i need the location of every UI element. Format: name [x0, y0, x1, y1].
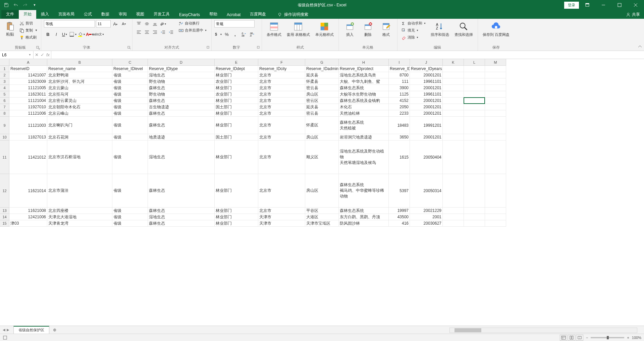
cell[interactable]: 北京怀沙河、怀九河: [47, 78, 112, 84]
cell[interactable]: 林业部门: [215, 214, 258, 220]
save-baidu-button[interactable]: 保存到 百度网盘: [481, 20, 512, 38]
cell[interactable]: 森林生态: [148, 110, 215, 116]
cell[interactable]: 11121004: [9, 98, 47, 104]
cell[interactable]: 省级: [112, 104, 148, 110]
cell[interactable]: [464, 98, 485, 104]
cell[interactable]: [464, 117, 485, 134]
cell[interactable]: Reserve_IDlevel: [112, 66, 148, 72]
cell[interactable]: 19961101: [410, 78, 443, 84]
cell[interactable]: 北京市汉石桥湿地: [47, 140, 112, 174]
cell[interactable]: [485, 134, 506, 140]
cell[interactable]: 平谷区: [305, 208, 339, 214]
collapse-ribbon-icon[interactable]: [637, 44, 643, 49]
cell[interactable]: 北京朝阳寺木化石: [47, 104, 112, 110]
cell[interactable]: Reserve_IDprotect: [339, 66, 389, 72]
cell[interactable]: 20050404: [410, 140, 443, 174]
cell[interactable]: 大鲵等水生野生动物: [339, 91, 389, 97]
cell[interactable]: 怀柔区: [305, 117, 339, 134]
cell[interactable]: 8700: [389, 72, 410, 78]
normal-view-icon[interactable]: [560, 335, 567, 341]
cell[interactable]: Reserve_IDdept: [215, 66, 258, 72]
cell[interactable]: 森林生态: [148, 117, 215, 134]
cell[interactable]: [485, 98, 506, 104]
tab-view[interactable]: 视图: [131, 10, 149, 19]
cell[interactable]: 11927010: [9, 104, 47, 110]
cell[interactable]: 古生物遗迹: [148, 104, 215, 110]
cell[interactable]: 北京四座楼: [47, 208, 112, 214]
border-button[interactable]: ▼: [69, 30, 77, 38]
tab-file[interactable]: 文件: [1, 10, 19, 19]
cell[interactable]: [485, 110, 506, 116]
cell[interactable]: [443, 85, 464, 91]
cell[interactable]: 北京市: [258, 104, 305, 110]
cell[interactable]: [443, 174, 464, 207]
comma-format-button[interactable]: ,: [231, 30, 239, 38]
cell[interactable]: [485, 78, 506, 84]
cell[interactable]: 森林生态: [148, 98, 215, 104]
maximize-icon[interactable]: [612, 0, 627, 10]
cell[interactable]: [485, 214, 506, 220]
decrease-decimal-button[interactable]: .00.0: [248, 30, 256, 38]
qat-dropdown-icon[interactable]: ▼: [31, 1, 38, 9]
cell[interactable]: 20050314: [410, 174, 443, 207]
cell[interactable]: 北京市: [258, 72, 305, 78]
insert-cells-button[interactable]: 插入: [341, 20, 358, 38]
orientation-icon[interactable]: ab▼: [159, 20, 167, 27]
share-button[interactable]: 共享: [622, 10, 644, 19]
cell[interactable]: 北京拒马河: [47, 91, 112, 97]
cell[interactable]: [485, 72, 506, 78]
column-headers[interactable]: ABCDEFGHIJKLM: [9, 59, 506, 66]
cell[interactable]: 大港区: [305, 214, 339, 220]
cell[interactable]: 省级: [112, 91, 148, 97]
cell[interactable]: 东方白鹳、黑鹳、丹顶: [339, 214, 389, 220]
bold-button[interactable]: B: [44, 30, 52, 38]
cell[interactable]: 省级: [112, 174, 148, 207]
cell[interactable]: 11827013: [9, 134, 47, 140]
cell[interactable]: 北京市: [258, 140, 305, 174]
cell[interactable]: [464, 134, 485, 140]
cell[interactable]: 大鲵、中华九刺鱼、鸳: [339, 78, 389, 84]
cell[interactable]: ReserveID: [9, 66, 47, 72]
cell[interactable]: 11623009: [9, 78, 47, 84]
tab-insert[interactable]: 插入: [36, 10, 54, 19]
dialog-launcher-icon[interactable]: [36, 46, 40, 50]
cell[interactable]: 18483: [389, 117, 410, 134]
number-format-select[interactable]: [214, 20, 255, 27]
tab-data[interactable]: 数据: [97, 10, 114, 19]
cell[interactable]: [443, 214, 464, 220]
minimize-icon[interactable]: [596, 0, 611, 10]
cell[interactable]: 2050: [389, 104, 410, 110]
fill-color-button[interactable]: ▼: [77, 30, 86, 38]
cell[interactable]: 5397: [389, 174, 410, 207]
dialog-launcher-icon[interactable]: [127, 46, 131, 50]
tab-easycharts[interactable]: EasyCharts: [174, 11, 205, 19]
cell[interactable]: 天然油松林: [339, 110, 389, 116]
wrap-text-button[interactable]: abc自动换行: [178, 20, 208, 26]
cell[interactable]: [464, 78, 485, 84]
cell[interactable]: 省级: [112, 220, 148, 226]
cell[interactable]: 林业部门: [215, 85, 258, 91]
cell[interactable]: [485, 66, 506, 72]
cell[interactable]: 天津北大港湿地: [47, 214, 112, 220]
sheet-tab[interactable]: 省级自然保护区: [13, 326, 49, 334]
cell[interactable]: [464, 174, 485, 207]
cell[interactable]: 林业部门: [215, 208, 258, 214]
sheet-nav[interactable]: ◀▶: [3, 328, 9, 332]
cell[interactable]: 省级: [112, 140, 148, 174]
column-header[interactable]: L: [464, 59, 485, 65]
cell[interactable]: 林业部门: [215, 220, 258, 226]
cell[interactable]: 农业部门: [215, 91, 258, 97]
cell[interactable]: [443, 98, 464, 104]
formula-input[interactable]: [51, 51, 644, 59]
cell[interactable]: 20001201: [410, 98, 443, 104]
cell[interactable]: 延庆县: [305, 104, 339, 110]
select-all-corner[interactable]: [0, 59, 9, 66]
cell[interactable]: 森林生态: [148, 174, 215, 207]
cell[interactable]: 省级: [112, 110, 148, 116]
cell[interactable]: 湿地生态: [148, 214, 215, 220]
cell[interactable]: 12421006: [9, 214, 47, 220]
italic-button[interactable]: I: [52, 30, 60, 38]
cell[interactable]: 湿地生态系统及鸟类: [339, 72, 389, 78]
cell[interactable]: [443, 117, 464, 134]
cell[interactable]: [443, 104, 464, 110]
